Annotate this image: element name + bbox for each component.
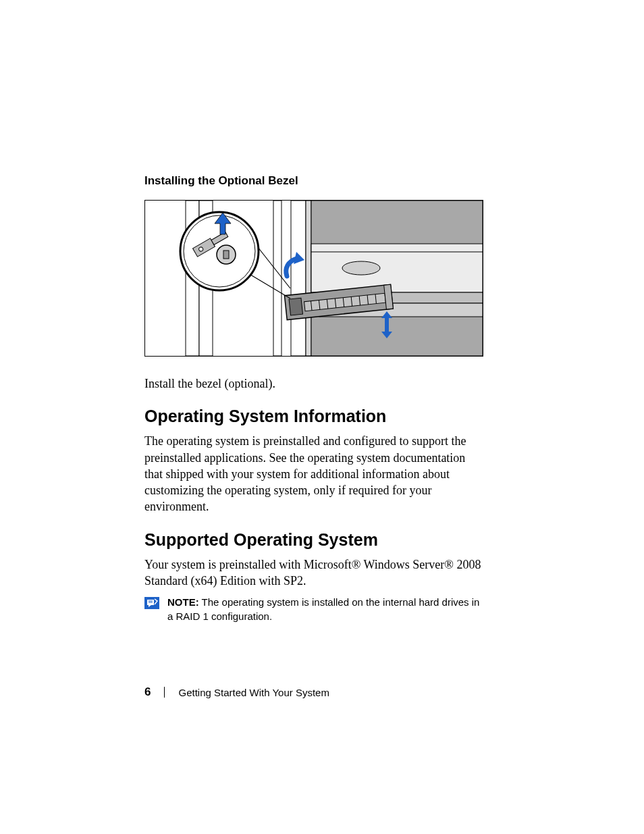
svg-rect-30 <box>223 251 229 259</box>
svg-rect-4 <box>306 201 311 356</box>
page-footer: 6 Getting Started With Your System <box>144 685 329 699</box>
note-icon <box>144 597 159 609</box>
heading-supported-os: Supported Operating System <box>144 530 482 550</box>
svg-rect-3 <box>291 201 306 356</box>
page-number: 6 <box>144 685 151 699</box>
document-page: Installing the Optional Bezel <box>0 0 644 834</box>
paragraph-supported-os: Your system is preinstalled with Microso… <box>144 556 482 590</box>
svg-rect-13 <box>289 298 302 315</box>
svg-line-26 <box>245 271 290 298</box>
section-subheading: Installing the Optional Bezel <box>144 174 482 188</box>
paragraph-os-info: The operating system is preinstalled and… <box>144 433 482 515</box>
svg-rect-37 <box>385 318 389 332</box>
footer-section-title: Getting Started With Your System <box>178 687 329 698</box>
note-label: NOTE: <box>167 596 199 608</box>
svg-rect-7 <box>311 244 483 292</box>
bezel-install-illustration <box>144 200 483 357</box>
note-text: NOTE: The operating system is installed … <box>167 596 482 623</box>
svg-point-9 <box>342 261 380 275</box>
note-block: NOTE: The operating system is installed … <box>144 596 482 623</box>
heading-os-info: Operating System Information <box>144 407 482 426</box>
figure-caption: Install the bezel (optional). <box>144 375 482 392</box>
note-body: The operating system is installed on the… <box>167 596 479 621</box>
footer-separator <box>164 687 165 698</box>
svg-rect-2 <box>273 201 281 356</box>
